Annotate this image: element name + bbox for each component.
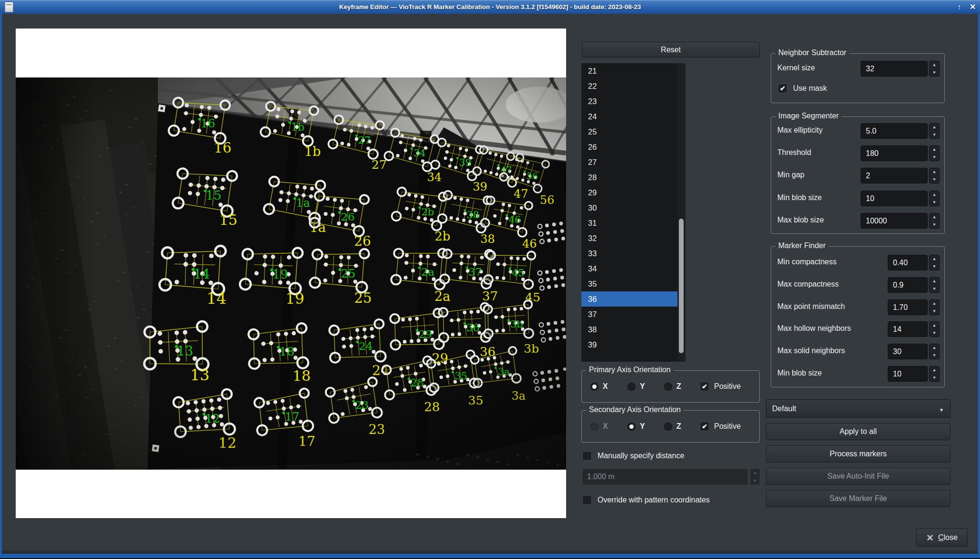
value-spinbox[interactable]: 14▲▼ [888,321,940,337]
radio-secondary-y[interactable] [627,422,637,432]
manually-specify-distance-checkbox[interactable] [582,451,592,461]
spin-down-button[interactable]: ▼ [930,285,939,293]
field-label: Min blob size [777,369,822,377]
frame-list-item[interactable]: 31 [581,215,677,231]
frame-list-scrollbar[interactable] [677,63,686,362]
frame-list-item[interactable]: 26 [581,139,677,154]
frame-list-item[interactable]: 22 [581,78,677,94]
frame-list-item[interactable]: 29 [581,185,677,200]
use-mask-label: Use mask [793,84,827,93]
distance-spin-buttons: ▲ ▼ [750,468,760,485]
value-spinbox[interactable]: 2▲▼ [861,168,940,183]
frame-list-item[interactable]: 35 [581,276,677,291]
spinbox-value: 0.40 [888,255,928,270]
value-spinbox[interactable]: 10▲▼ [861,191,940,206]
value-spinbox[interactable]: 0.40▲▼ [888,255,940,270]
distance-spinbox[interactable]: 1.000 m ▲ ▼ [582,468,760,485]
frame-list-item[interactable]: 36 [581,291,677,307]
close-button[interactable]: ✕ Close [916,529,968,547]
radio-primary-x[interactable] [589,382,599,392]
spin-up-button[interactable]: ▲ [930,146,939,154]
radio-primary-y[interactable] [627,382,637,392]
spin-up-button[interactable]: ▲ [930,213,939,221]
window-border-left [0,14,2,556]
spin-down-button[interactable]: ▼ [930,131,939,139]
frame-list-item[interactable]: 21 [581,63,677,78]
frame-list-item[interactable]: 30 [581,200,677,215]
save-auto-init-file-button[interactable]: Save Auto-Init File [766,468,951,485]
close-window-icon[interactable]: ✕ [970,0,976,14]
reset-button-label: Reset [661,46,681,54]
close-x-icon: ✕ [926,532,934,543]
spin-buttons: ▲▼ [929,213,940,229]
radio-secondary-z[interactable] [663,422,673,432]
spin-buttons: ▲▼ [929,299,940,315]
spin-down-button[interactable]: ▼ [930,374,939,382]
shade-window-icon[interactable]: ↑ [957,0,961,14]
neighbor-subtractor-group: Neighbor Subtractor ✔ Use mask Kernel si… [771,53,945,103]
value-spinbox[interactable]: 5.0▲▼ [861,123,940,139]
spin-up-button[interactable]: ▲ [930,168,939,176]
frame-list-item[interactable]: 23 [581,94,677,109]
primary-positive-checkbox[interactable]: ✔ [700,382,709,391]
image-segmenter-group: Image Segmenter Max ellipticity5.0▲▼Thre… [771,116,945,234]
radio-secondary-x[interactable] [589,422,599,432]
spin-down-button[interactable]: ▼ [930,329,939,337]
radio-label-x: X [603,422,608,431]
camera-image-viewport[interactable]: 16161b1b2727343439394747565615151a1a2626… [16,29,566,518]
spinbox-value: 180 [861,145,928,161]
spin-up-button[interactable]: ▲ [930,255,939,263]
value-spinbox[interactable]: 32▲▼ [861,61,940,77]
spin-down-button[interactable]: ▼ [930,154,939,161]
spin-down-button[interactable]: ▼ [930,69,939,77]
frame-list-items: 21222324252627282930313233343536373839 [581,63,686,352]
spin-up-button[interactable]: ▲ [750,469,760,477]
value-spinbox[interactable]: 0.9▲▼ [888,277,940,293]
value-spinbox[interactable]: 10000▲▼ [861,213,940,229]
reset-button[interactable]: Reset [582,42,760,58]
spin-up-button[interactable]: ▲ [930,278,939,285]
save-marker-file-button[interactable]: Save Marker File [766,490,951,507]
spin-up-button[interactable]: ▲ [930,124,939,131]
spin-down-button[interactable]: ▼ [930,308,939,315]
frame-list-item[interactable]: 33 [581,246,677,261]
frame-list-item[interactable]: 38 [581,322,677,337]
preset-dropdown[interactable]: Default ▼ [766,399,951,418]
apply-to-all-button[interactable]: Apply to all [766,423,951,440]
frame-list-item[interactable]: 39 [581,337,677,352]
spin-down-button[interactable]: ▼ [930,352,939,359]
titlebar[interactable]: Keyframe Editor — VioTrack R Marker Cali… [0,0,980,14]
frame-list-item[interactable]: 27 [581,154,677,170]
frame-list-item[interactable]: 28 [581,170,677,185]
radio-primary-z[interactable] [663,382,673,392]
frame-list-item[interactable]: 25 [581,124,677,139]
frame-list-item[interactable]: 34 [581,261,677,276]
scrollbar-thumb[interactable] [679,219,684,353]
value-spinbox[interactable]: 1.70▲▼ [888,299,940,315]
frame-list-item[interactable]: 37 [581,307,677,322]
secondary-positive-checkbox[interactable]: ✔ [700,422,709,431]
process-markers-button[interactable]: Process markers [766,445,951,463]
spin-down-button[interactable]: ▼ [930,263,939,270]
frame-list-item[interactable]: 32 [581,231,677,246]
spin-up-button[interactable]: ▲ [930,61,939,69]
frame-list-item[interactable]: 24 [581,109,677,124]
value-spinbox[interactable]: 30▲▼ [888,344,940,359]
spin-up-button[interactable]: ▲ [930,300,939,308]
spin-down-button[interactable]: ▼ [750,477,760,485]
spin-down-button[interactable]: ▼ [930,221,939,229]
value-spinbox[interactable]: 10▲▼ [888,366,940,382]
override-pattern-coordinates-checkbox[interactable] [582,495,592,505]
spin-down-button[interactable]: ▼ [930,199,939,206]
spin-up-button[interactable]: ▲ [930,366,939,374]
spin-down-button[interactable]: ▼ [930,176,939,183]
secondary-axis-title: Secondary Axis Orientation [586,405,684,414]
frame-list[interactable]: 21222324252627282930313233343536373839 [581,63,686,362]
spin-up-button[interactable]: ▲ [930,191,939,199]
use-mask-checkbox[interactable]: ✔ [778,84,787,93]
spin-buttons: ▲▼ [929,145,940,161]
process-markers-label: Process markers [830,450,887,458]
spin-up-button[interactable]: ▲ [930,322,939,329]
spin-up-button[interactable]: ▲ [930,344,939,352]
value-spinbox[interactable]: 180▲▼ [861,145,940,161]
